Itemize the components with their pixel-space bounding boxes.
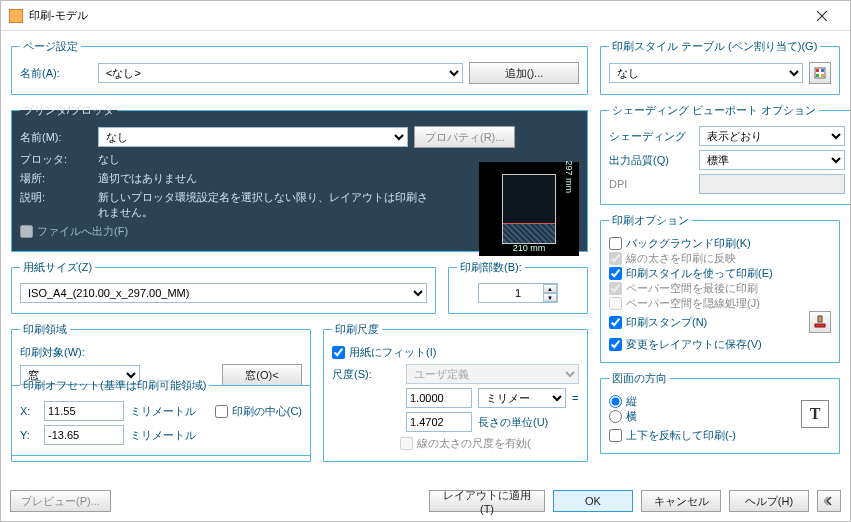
close-icon — [817, 11, 827, 21]
offset-y-label: Y: — [20, 429, 38, 441]
desc-label: 説明: — [20, 190, 92, 205]
opt-background-label: バックグラウンド印刷(K) — [626, 236, 751, 251]
paper-preview: 297 mm 210 mm — [479, 162, 579, 256]
opt-pshidden-checkbox — [609, 297, 622, 310]
shading-group: シェーディング ビューポート オプション シェーディング 表示どおり 出力品質(… — [600, 103, 851, 205]
style-table-group: 印刷スタイル テーブル (ペン割り当て)(G) なし — [600, 39, 840, 95]
svg-rect-4 — [821, 69, 824, 72]
print-options-legend: 印刷オプション — [609, 213, 692, 228]
opt-linew-label: 線の太さを印刷に反映 — [626, 251, 736, 266]
offset-x-unit: ミリメートル — [130, 404, 196, 419]
length-unit-label: 長さの単位(U) — [478, 415, 548, 430]
ok-button[interactable]: OK — [553, 490, 633, 512]
svg-rect-6 — [821, 74, 824, 77]
titlebar: 印刷-モデル — [1, 1, 850, 31]
center-plot-checkbox[interactable] — [215, 405, 228, 418]
to-file-checkbox — [20, 225, 33, 238]
opt-stamp-checkbox[interactable] — [609, 316, 622, 329]
to-file-label: ファイルへ出力(F) — [37, 224, 128, 239]
opt-linew-checkbox — [609, 252, 622, 265]
style-table-legend: 印刷スタイル テーブル (ペン割り当て)(G) — [609, 39, 820, 54]
stamp-icon — [814, 315, 826, 329]
opt-styles-label: 印刷スタイルを使って印刷(E) — [626, 266, 773, 281]
portrait-label: 縦 — [626, 394, 637, 409]
scale-select: ユーザ定義 — [406, 364, 579, 384]
copies-spinner[interactable]: ▲▼ — [543, 284, 557, 302]
print-options-group: 印刷オプション バックグラウンド印刷(K) 線の太さを印刷に反映 印刷スタイルを… — [600, 213, 840, 363]
svg-rect-3 — [816, 69, 819, 72]
app-icon — [9, 9, 23, 23]
print-scale-legend: 印刷尺度 — [332, 322, 382, 337]
print-scale-group: 印刷尺度 用紙にフィット(I) 尺度(S): ユーザ定義 ミリメートル — [323, 322, 588, 462]
scale-unit-select[interactable]: ミリメートル — [478, 388, 566, 408]
dpi-input — [699, 174, 845, 194]
landscape-radio[interactable] — [609, 410, 622, 423]
opt-pslast-checkbox — [609, 282, 622, 295]
opt-background-checkbox[interactable] — [609, 237, 622, 250]
preview-button: プレビュー(P)... — [10, 490, 111, 512]
opt-save-checkbox[interactable] — [609, 338, 622, 351]
printer-name-label: 名前(M): — [20, 130, 92, 145]
preview-width: 210 mm — [480, 243, 578, 253]
page-name-label: 名前(A): — [20, 66, 92, 81]
close-button[interactable] — [802, 2, 842, 30]
dpi-label: DPI — [609, 178, 693, 190]
apply-layout-button[interactable]: レイアウトに適用(T) — [429, 490, 545, 512]
expand-button[interactable] — [817, 490, 841, 512]
copies-legend: 印刷部数(B): — [457, 260, 525, 275]
print-offset-legend: 印刷オフセット(基準は印刷可能領域) — [20, 378, 209, 393]
printer-name-select[interactable]: なし — [98, 127, 408, 147]
paper-size-select[interactable]: ISO_A4_(210.00_x_297.00_MM) — [20, 283, 427, 303]
orientation-group: 図面の方向 縦 横 上下を反転して印刷(-) T — [600, 371, 840, 454]
portrait-radio[interactable] — [609, 395, 622, 408]
upside-checkbox[interactable] — [609, 429, 622, 442]
page-setup-legend: ページ設定 — [20, 39, 81, 54]
opt-pslast-label: ペーパー空間を最後に印刷 — [626, 281, 758, 296]
cancel-button[interactable]: キャンセル — [641, 490, 721, 512]
plotter-value: なし — [98, 152, 120, 167]
orientation-legend: 図面の方向 — [609, 371, 670, 386]
add-page-setup-button[interactable]: 追加()... — [469, 62, 579, 84]
opt-styles-checkbox[interactable] — [609, 267, 622, 280]
window-title: 印刷-モデル — [29, 8, 802, 23]
scale-label: 尺度(S): — [332, 367, 400, 382]
svg-rect-8 — [815, 324, 825, 327]
print-offset-group: 印刷オフセット(基準は印刷可能領域) X: ミリメートル 印刷の中心(C) Y:… — [11, 378, 311, 456]
palette-icon — [814, 67, 826, 79]
quality-label: 出力品質(Q) — [609, 153, 693, 168]
style-table-select[interactable]: なし — [609, 63, 803, 83]
svg-rect-7 — [818, 316, 822, 322]
shade-select[interactable]: 表示どおり — [699, 126, 845, 146]
lw-scale-label: 線の太さの尺度を有効( — [417, 436, 531, 451]
print-area-legend: 印刷領域 — [20, 322, 70, 337]
stamp-settings-button[interactable] — [809, 311, 831, 333]
scale-den-input[interactable] — [406, 412, 472, 432]
printer-group: プリンタ/プロッタ 名前(M): なし プロパティ(R)... プロッタ: なし… — [11, 103, 588, 252]
printer-legend: プリンタ/プロッタ — [20, 103, 117, 118]
offset-x-label: X: — [20, 405, 38, 417]
fit-to-paper-checkbox[interactable] — [332, 346, 345, 359]
offset-y-input[interactable] — [44, 425, 124, 445]
location-label: 場所: — [20, 171, 92, 186]
lw-scale-checkbox — [400, 437, 413, 450]
center-plot-label: 印刷の中心(C) — [232, 404, 302, 419]
help-button[interactable]: ヘルプ(H) — [729, 490, 809, 512]
desc-value: 新しいプロッタ環境設定名を選択しない限り、レイアウトは印刷されません。 — [98, 190, 428, 220]
chevron-left-icon — [824, 496, 834, 506]
page-setup-group: ページ設定 名前(A): <なし> 追加()... — [11, 39, 588, 95]
quality-select[interactable]: 標準 — [699, 150, 845, 170]
upside-label: 上下を反転して印刷(-) — [626, 428, 736, 443]
style-edit-button[interactable] — [809, 62, 831, 84]
scale-num-input[interactable] — [406, 388, 472, 408]
orientation-icon: T — [801, 400, 829, 428]
print-target-label: 印刷対象(W): — [20, 345, 85, 360]
landscape-label: 横 — [626, 409, 637, 424]
svg-rect-5 — [816, 74, 819, 77]
copies-group: 印刷部数(B): ▲▼ — [448, 260, 588, 314]
preview-height: 297 mm — [564, 160, 574, 193]
opt-stamp-label: 印刷スタンプ(N) — [626, 315, 707, 330]
offset-y-unit: ミリメートル — [130, 428, 196, 443]
page-name-select[interactable]: <なし> — [98, 63, 463, 83]
shading-legend: シェーディング ビューポート オプション — [609, 103, 819, 118]
offset-x-input[interactable] — [44, 401, 124, 421]
